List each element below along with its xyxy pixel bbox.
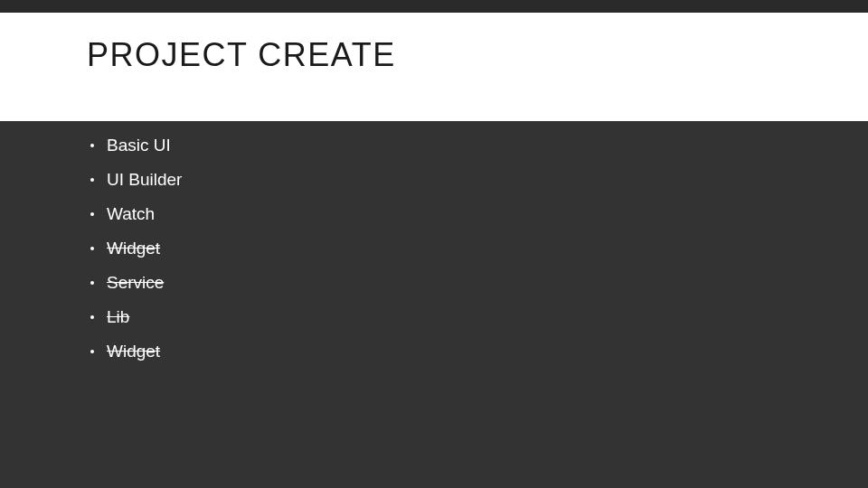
bullet-icon (90, 315, 94, 319)
list-item: UI Builder (90, 170, 182, 190)
list-item-label: Lib (107, 307, 129, 327)
list-item-label: Watch (107, 204, 155, 224)
list-item: Watch (90, 204, 182, 224)
list-item: Widget (90, 342, 182, 361)
list-item: Lib (90, 307, 182, 327)
bullet-list: Basic UI UI Builder Watch Widget Service… (90, 136, 182, 376)
list-item-label: Service (107, 273, 164, 293)
bullet-icon (90, 144, 94, 147)
list-item: Basic UI (90, 136, 182, 155)
slide-title: PROJECT CREATE (87, 36, 396, 74)
bullet-icon (90, 212, 94, 216)
list-item-label: Widget (107, 239, 160, 258)
list-item-label: Basic UI (107, 136, 171, 155)
list-item: Widget (90, 239, 182, 258)
title-panel: PROJECT CREATE (0, 13, 868, 121)
bullet-icon (90, 281, 94, 285)
slide: PROJECT CREATE Basic UI UI Builder Watch… (0, 0, 868, 488)
top-bar (0, 0, 868, 13)
list-item-label: UI Builder (107, 170, 182, 190)
bullet-icon (90, 178, 94, 182)
list-item: Service (90, 273, 182, 293)
bullet-icon (90, 350, 94, 353)
bullet-icon (90, 247, 94, 250)
list-item-label: Widget (107, 342, 160, 361)
